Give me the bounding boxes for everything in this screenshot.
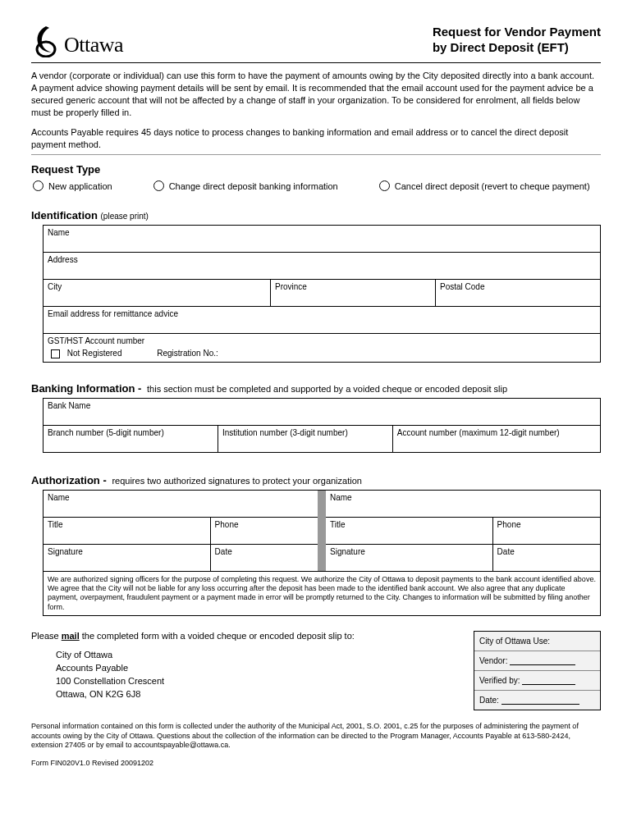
radio-label: Change direct deposit banking informatio… xyxy=(169,181,338,191)
authorization-disclaimer: We are authorized signing officers for t… xyxy=(43,572,601,616)
authorization-table: Name Title Phone Signature Date Name Tit… xyxy=(43,490,601,572)
mail-address: City of Ottawa Accounts Payable 100 Cons… xyxy=(56,649,474,701)
addr-line: Accounts Payable xyxy=(56,662,474,675)
heading-text: Authorization - xyxy=(31,474,107,486)
title-line-2: by Direct Deposit (EFT) xyxy=(433,40,601,56)
email-field[interactable]: Email address for remittance advice xyxy=(44,307,600,333)
intro-paragraph-1: A vendor (corporate or individual) can u… xyxy=(31,70,601,118)
addr-line: Ottawa, ON K2G 6J8 xyxy=(56,688,474,701)
not-registered-label: Not Registered xyxy=(67,349,122,358)
mail-pre: Please xyxy=(31,631,62,641)
city-use-date: Date: xyxy=(474,691,600,710)
identification-table: Name Address City Province Postal Code E… xyxy=(43,225,601,363)
logo-text: Ottawa xyxy=(64,33,123,57)
radio-label: New application xyxy=(48,181,112,191)
city-use-verified: Verified by: xyxy=(474,671,600,691)
ottawa-logo-icon xyxy=(31,25,62,57)
postal-field[interactable]: Postal Code xyxy=(436,280,600,306)
page-title: Request for Vendor Payment by Direct Dep… xyxy=(433,25,601,56)
auth1-phone-field[interactable]: Phone xyxy=(211,518,318,544)
auth2-name-field[interactable]: Name xyxy=(326,491,600,517)
auth1-signature-field[interactable]: Signature xyxy=(44,545,211,571)
mail-bold: mail xyxy=(62,631,80,641)
authorization-heading: Authorization - requires two authorized … xyxy=(31,474,601,486)
label: Vendor: xyxy=(479,656,507,665)
header: Ottawa Request for Vendor Payment by Dir… xyxy=(31,25,601,63)
divider xyxy=(31,154,601,155)
intro-paragraph-2: Accounts Payable requires 45 days notice… xyxy=(31,126,601,151)
radio-label: Cancel direct deposit (revert to cheque … xyxy=(395,181,590,191)
radio-icon xyxy=(379,180,390,191)
name-field[interactable]: Name xyxy=(44,226,600,252)
svg-point-0 xyxy=(37,42,55,57)
addr-line: 100 Constellation Crescent xyxy=(56,675,474,688)
heading-text: Banking Information - xyxy=(31,382,141,395)
banking-heading: Banking Information - this section must … xyxy=(31,382,601,395)
mail-section: Please mail the completed form with a vo… xyxy=(31,631,601,710)
heading-text: Identification xyxy=(31,209,98,221)
mail-post: the completed form with a voided cheque … xyxy=(80,631,355,641)
auth-signer-2: Name Title Phone Signature Date xyxy=(326,491,600,571)
heading-sub: requires two authorized signatures to pr… xyxy=(112,476,362,486)
radio-cancel-deposit[interactable]: Cancel direct deposit (revert to cheque … xyxy=(379,180,590,191)
gst-label: GST/HST Account number xyxy=(48,336,596,345)
request-type-options: New application Change direct deposit ba… xyxy=(33,180,601,191)
not-registered-checkbox[interactable] xyxy=(51,349,60,358)
label: Date: xyxy=(479,696,499,705)
request-type-heading: Request Type xyxy=(31,163,601,176)
city-use-box: City of Ottawa Use: Vendor: Verified by:… xyxy=(474,631,601,710)
identification-heading: Identification (please print) xyxy=(31,209,601,221)
account-number-field[interactable]: Account number (maximum 12-digit number) xyxy=(393,426,600,452)
auth-divider xyxy=(318,491,326,571)
city-use-vendor: Vendor: xyxy=(474,651,600,671)
branch-number-field[interactable]: Branch number (5-digit number) xyxy=(44,426,218,452)
auth2-signature-field[interactable]: Signature xyxy=(326,545,493,571)
heading-sub: this section must be completed and suppo… xyxy=(147,384,507,394)
city-field[interactable]: City xyxy=(44,280,271,306)
province-field[interactable]: Province xyxy=(271,280,436,306)
auth-signer-1: Name Title Phone Signature Date xyxy=(44,491,318,571)
ottawa-logo: Ottawa xyxy=(31,25,123,57)
auth2-date-field[interactable]: Date xyxy=(493,545,600,571)
gst-section: GST/HST Account number Not Registered Re… xyxy=(44,334,600,362)
city-use-heading: City of Ottawa Use: xyxy=(474,632,600,651)
label: Verified by: xyxy=(479,676,520,685)
radio-change-banking[interactable]: Change direct deposit banking informatio… xyxy=(153,180,338,191)
auth1-name-field[interactable]: Name xyxy=(44,491,318,517)
bank-name-field[interactable]: Bank Name xyxy=(44,399,600,425)
mail-instruction: Please mail the completed form with a vo… xyxy=(31,631,474,641)
address-field[interactable]: Address xyxy=(44,253,600,279)
registration-no-label: Registration No.: xyxy=(157,349,218,358)
institution-number-field[interactable]: Institution number (3-digit number) xyxy=(218,426,393,452)
form-id: Form FIN020V1.0 Revised 20091202 xyxy=(31,759,601,767)
heading-sub: (please print) xyxy=(101,212,149,221)
radio-new-application[interactable]: New application xyxy=(33,180,112,191)
title-line-1: Request for Vendor Payment xyxy=(433,25,601,40)
banking-table: Bank Name Branch number (5-digit number)… xyxy=(43,398,601,453)
auth2-phone-field[interactable]: Phone xyxy=(493,518,600,544)
addr-line: City of Ottawa xyxy=(56,649,474,662)
auth1-title-field[interactable]: Title xyxy=(44,518,211,544)
radio-icon xyxy=(153,180,164,191)
radio-icon xyxy=(33,180,44,191)
auth1-date-field[interactable]: Date xyxy=(211,545,318,571)
auth2-title-field[interactable]: Title xyxy=(326,518,493,544)
privacy-footer: Personal information contained on this f… xyxy=(31,722,601,751)
